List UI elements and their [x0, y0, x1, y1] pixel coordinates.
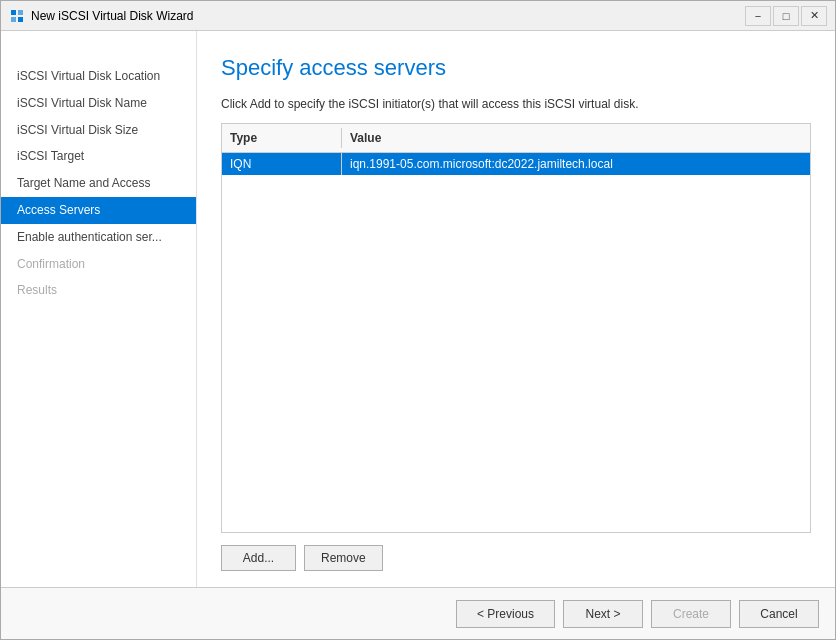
create-button[interactable]: Create — [651, 600, 731, 628]
title-bar: New iSCSI Virtual Disk Wizard − □ ✕ — [1, 1, 835, 31]
wizard-window: New iSCSI Virtual Disk Wizard − □ ✕ iSCS… — [0, 0, 836, 640]
window-title: New iSCSI Virtual Disk Wizard — [31, 9, 745, 23]
add-button[interactable]: Add... — [221, 545, 296, 571]
svg-rect-2 — [11, 17, 16, 22]
minimize-button[interactable]: − — [745, 6, 771, 26]
svg-rect-1 — [18, 10, 23, 15]
cell-value: iqn.1991-05.com.microsoft:dc2022.jamilte… — [342, 153, 810, 175]
next-button[interactable]: Next > — [563, 600, 643, 628]
table-action-buttons: Add... Remove — [221, 545, 811, 571]
sidebar-item: Results — [1, 277, 196, 304]
cell-type: IQN — [222, 153, 342, 175]
page-title: Specify access servers — [221, 55, 811, 81]
description: Click Add to specify the iSCSI initiator… — [221, 97, 811, 111]
col-value-header: Value — [342, 128, 810, 148]
sidebar-item[interactable]: iSCSI Virtual Disk Location — [1, 63, 196, 90]
sidebar-item: Confirmation — [1, 251, 196, 278]
svg-rect-3 — [18, 17, 23, 22]
sidebar-header — [1, 47, 196, 63]
sidebar-item[interactable]: Target Name and Access — [1, 170, 196, 197]
table-row[interactable]: IQNiqn.1991-05.com.microsoft:dc2022.jami… — [222, 153, 810, 175]
cancel-button[interactable]: Cancel — [739, 600, 819, 628]
sidebar-item[interactable]: Access Servers — [1, 197, 196, 224]
table-header: Type Value — [222, 124, 810, 153]
app-icon — [9, 8, 25, 24]
table-body[interactable]: IQNiqn.1991-05.com.microsoft:dc2022.jami… — [222, 153, 810, 532]
main-content: Specify access servers Click Add to spec… — [197, 31, 835, 587]
access-servers-table: Type Value IQNiqn.1991-05.com.microsoft:… — [221, 123, 811, 533]
col-type-header: Type — [222, 128, 342, 148]
window-controls: − □ ✕ — [745, 6, 827, 26]
remove-button[interactable]: Remove — [304, 545, 383, 571]
footer: < Previous Next > Create Cancel — [1, 587, 835, 639]
close-button[interactable]: ✕ — [801, 6, 827, 26]
svg-rect-0 — [11, 10, 16, 15]
content-area: iSCSI Virtual Disk LocationiSCSI Virtual… — [1, 31, 835, 587]
sidebar-item[interactable]: iSCSI Virtual Disk Name — [1, 90, 196, 117]
sidebar-item[interactable]: iSCSI Target — [1, 143, 196, 170]
previous-button[interactable]: < Previous — [456, 600, 555, 628]
sidebar: iSCSI Virtual Disk LocationiSCSI Virtual… — [1, 31, 197, 587]
sidebar-item[interactable]: Enable authentication ser... — [1, 224, 196, 251]
maximize-button[interactable]: □ — [773, 6, 799, 26]
sidebar-item[interactable]: iSCSI Virtual Disk Size — [1, 117, 196, 144]
